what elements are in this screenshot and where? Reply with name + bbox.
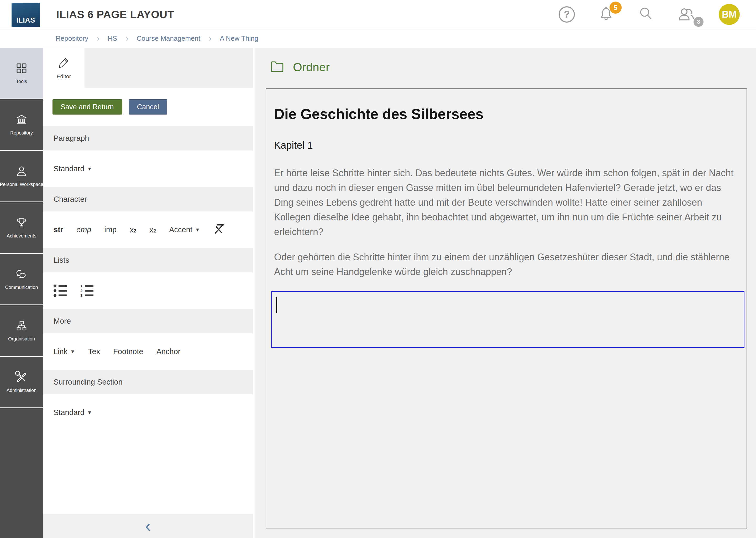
sub-base: x — [149, 225, 153, 234]
emphasis-button[interactable]: emp — [76, 225, 91, 234]
search-button[interactable] — [638, 6, 654, 24]
section-surrounding-header: Surrounding Section — [43, 370, 253, 394]
page-editor-canvas: Die Geschichte des Silbersees Kapitel 1 … — [266, 88, 747, 529]
paragraph-style-value: Standard — [54, 164, 84, 173]
sidebar-item-tools[interactable]: Tools — [0, 48, 43, 99]
online-users-badge: 3 — [693, 17, 703, 27]
subscript-button[interactable]: x2 — [149, 225, 156, 234]
breadcrumb-hs[interactable]: HS — [108, 34, 117, 42]
breadcrumb-a-new-thing[interactable]: A New Thing — [220, 34, 258, 42]
save-and-return-button[interactable]: Save and Return — [53, 99, 122, 115]
online-users-button[interactable]: 3 — [677, 5, 696, 24]
bullet-list-icon — [54, 285, 57, 288]
sidebar-item-label: Tools — [16, 79, 27, 84]
chevron-left-icon: ‹ — [145, 516, 151, 536]
section-more-header: More — [43, 309, 253, 333]
help-icon: ? — [559, 6, 575, 23]
breadcrumb-course-management[interactable]: Course Management — [136, 34, 200, 42]
notifications-button[interactable]: 5 — [597, 5, 615, 24]
avatar[interactable]: BM — [719, 4, 740, 25]
folder-icon — [270, 61, 284, 74]
clear-format-button[interactable] — [213, 223, 224, 236]
page-title-header: ILIAS 6 PAGE LAYOUT — [56, 8, 174, 21]
section-surrounding-row: Standard ▼ — [43, 394, 253, 431]
chevron-down-icon: ▼ — [87, 410, 92, 415]
paragraph-style-dropdown[interactable]: Standard ▼ — [54, 164, 92, 173]
tex-button[interactable]: Tex — [88, 347, 100, 356]
surrounding-style-value: Standard — [54, 408, 84, 417]
sidebar-item-label: Achievements — [7, 233, 36, 239]
numbered-list-button[interactable]: 1 2 3 — [80, 285, 93, 297]
anchor-button[interactable]: Anchor — [157, 347, 181, 356]
section-lists-row: 1 2 3 — [43, 272, 253, 309]
cancel-button[interactable]: Cancel — [129, 99, 167, 115]
chevron-right-icon: › — [209, 34, 211, 43]
pencil-icon — [57, 56, 71, 70]
sidebar-item-organisation[interactable]: Organisation — [0, 305, 43, 357]
ilias-logo: ILIAS — [12, 3, 40, 27]
sidebar-item-communication[interactable]: Communication — [0, 254, 43, 305]
chevron-down-icon: ▼ — [195, 227, 200, 233]
search-icon — [638, 6, 654, 24]
main-sidebar: Tools Repository — [0, 48, 43, 538]
slate-filler — [43, 431, 253, 514]
sidebar-filler — [0, 408, 43, 538]
section-paragraph-row: Standard ▼ — [43, 150, 253, 187]
link-label: Link — [54, 347, 68, 356]
notification-badge: 5 — [609, 2, 622, 14]
sidebar-item-label: Communication — [5, 285, 38, 290]
surrounding-style-dropdown[interactable]: Standard ▼ — [54, 408, 92, 417]
trophy-icon — [15, 216, 28, 229]
superscript-button[interactable]: x2 — [130, 225, 136, 234]
main-content: Ordner Die Geschichte des Silbersees Kap… — [255, 48, 756, 538]
sidebar-item-label: Administration — [7, 388, 36, 393]
section-more-row: Link ▼ Tex Footnote Anchor — [43, 333, 253, 370]
sidebar-item-personal-workspace[interactable]: Personal Workspace — [0, 151, 43, 202]
bullet-list-button[interactable] — [54, 285, 67, 297]
chevron-right-icon: › — [97, 34, 99, 43]
breadcrumb-repository[interactable]: Repository — [56, 34, 88, 42]
content-block-title[interactable]: Die Geschichte des Silbersees — [274, 106, 739, 123]
breadcrumb: Repository › HS › Course Management › A … — [0, 30, 756, 47]
editor-actions: Save and Return Cancel — [43, 88, 253, 126]
footnote-button[interactable]: Footnote — [113, 347, 143, 356]
content-block-chapter[interactable]: Kapitel 1 — [274, 140, 739, 151]
sidebar-item-repository[interactable]: Repository — [0, 99, 43, 151]
content-block-paragraph-2[interactable]: Oder gehörten die Schritte hinter ihm zu… — [274, 250, 739, 279]
tab-editor[interactable]: Editor — [43, 48, 84, 88]
header-icons: ? 5 — [559, 4, 740, 25]
sidebar-item-label: Organisation — [8, 336, 35, 342]
sidebar-item-label: Repository — [10, 130, 33, 136]
chevron-right-icon: › — [125, 34, 128, 43]
help-button[interactable]: ? — [559, 6, 575, 23]
users-icon — [677, 5, 696, 24]
clear-format-icon — [213, 223, 224, 236]
slate-footer: ‹ — [43, 514, 253, 538]
wrench-screwdriver-icon — [15, 371, 28, 384]
section-paragraph-header: Paragraph — [43, 126, 253, 150]
active-edit-area[interactable] — [271, 291, 744, 348]
link-dropdown[interactable]: Link ▼ — [54, 347, 75, 356]
editor-slate: Editor Save and Return Cancel Paragraph … — [43, 48, 253, 538]
person-icon — [15, 165, 28, 178]
sidebar-item-administration[interactable]: Administration — [0, 357, 43, 408]
object-header: Ordner — [270, 60, 330, 74]
sidebar-item-label: Personal Workspace — [0, 182, 43, 187]
section-lists-header: Lists — [43, 248, 253, 272]
important-button[interactable]: imp — [105, 225, 117, 234]
accent-dropdown[interactable]: Accent ▼ — [169, 225, 200, 234]
logo-text: ILIAS — [16, 16, 35, 27]
text-cursor — [276, 296, 277, 313]
bank-icon — [15, 114, 28, 126]
sup-base: x — [130, 225, 134, 234]
accent-label: Accent — [169, 225, 192, 234]
chevron-down-icon: ▼ — [87, 166, 92, 172]
strong-button[interactable]: str — [54, 225, 63, 234]
slate-tab-strip: Editor — [43, 48, 253, 88]
sup-mark: 2 — [134, 228, 136, 234]
tab-editor-label: Editor — [57, 73, 71, 80]
org-chart-icon — [15, 319, 28, 332]
sidebar-item-achievements[interactable]: Achievements — [0, 202, 43, 254]
content-block-paragraph-1[interactable]: Er hörte leise Schritte hinter sich. Das… — [274, 166, 739, 239]
layout: Tools Repository — [0, 48, 756, 538]
